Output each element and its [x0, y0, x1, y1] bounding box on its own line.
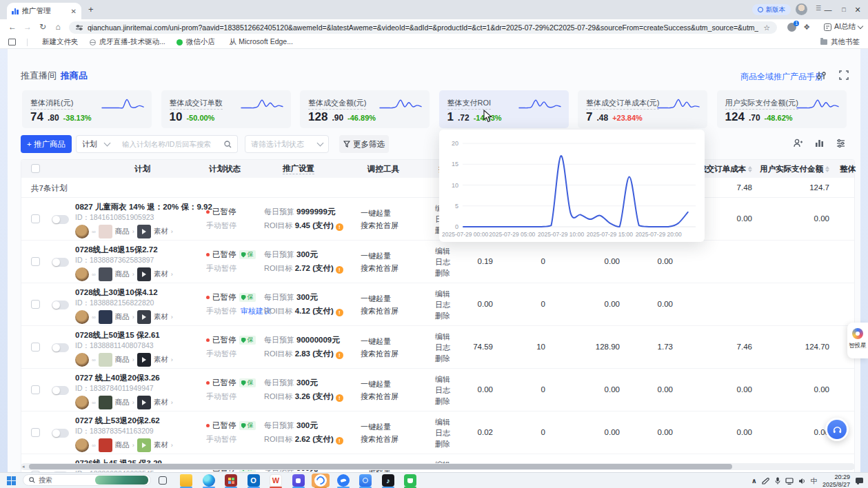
row-checkbox[interactable]	[31, 385, 40, 394]
tool-link[interactable]: 搜索抢首屏	[361, 262, 398, 274]
product-link[interactable]: 商品	[115, 355, 130, 365]
other-bookmarks[interactable]: 其他书签	[820, 37, 860, 47]
stat-card[interactable]: 整体消耗(元)74.80-38.13%	[22, 90, 152, 128]
tool-link[interactable]: 一键起量	[361, 335, 398, 347]
tool-link[interactable]: 搜索抢首屏	[361, 219, 398, 232]
url-field[interactable]: qianchuan.jinritemai.com/uni-prom?aavid=…	[69, 21, 777, 34]
product-thumb[interactable]	[99, 396, 112, 409]
pen-device-icon[interactable]	[762, 478, 770, 485]
audience-icon[interactable]	[793, 138, 804, 149]
material-thumb[interactable]	[137, 438, 151, 452]
row-checkbox[interactable]	[31, 343, 40, 352]
promote-product-button[interactable]: + 推广商品	[21, 135, 72, 153]
plan-search-input[interactable]	[121, 139, 220, 149]
new-tab-button[interactable]: +	[88, 4, 94, 14]
bookmark-item[interactable]: 微信小店	[176, 37, 215, 47]
select-all-checkbox[interactable]	[31, 164, 40, 173]
horizontal-scrollbar[interactable]: ◂	[21, 463, 855, 470]
row-checkbox[interactable]	[31, 428, 40, 437]
tool-link[interactable]: 一键起量	[361, 292, 398, 305]
action-link[interactable]: 编辑	[435, 245, 450, 256]
fullscreen-icon[interactable]	[839, 70, 850, 81]
start-button[interactable]	[7, 476, 16, 485]
material-link[interactable]: 素材	[154, 355, 168, 365]
window-minimize-button[interactable]: —	[822, 0, 834, 19]
site-info-icon[interactable]	[76, 24, 83, 31]
table-settings-icon[interactable]	[836, 138, 847, 149]
tool-link[interactable]: 一键起量	[361, 420, 398, 433]
product-thumb[interactable]	[99, 267, 112, 281]
action-link[interactable]: 编辑	[435, 288, 450, 299]
meeting-app[interactable]	[290, 474, 307, 487]
ai-summary-button[interactable]: AI总结	[824, 22, 862, 32]
taskbar-clock[interactable]: 20:29 2025/8/27	[822, 474, 850, 488]
material-thumb[interactable]	[137, 225, 151, 238]
home-icon[interactable]: ⌂	[52, 22, 63, 32]
bookmark-item[interactable]: 新建文件夹	[39, 37, 79, 47]
notification-center-icon[interactable]	[855, 477, 864, 485]
bookmark-star-icon[interactable]: ☆	[763, 23, 770, 32]
sort-icon[interactable]	[748, 166, 752, 172]
search-icon[interactable]	[224, 141, 232, 148]
material-link[interactable]: 素材	[154, 270, 168, 279]
stat-card[interactable]: 整体成交订单成本(元)7.48+23.84%	[578, 90, 707, 128]
microphone-icon[interactable]	[775, 477, 780, 485]
tab-products[interactable]: 推商品	[61, 70, 88, 82]
custom-columns-icon[interactable]	[814, 138, 825, 149]
file-explorer[interactable]	[177, 474, 195, 487]
wps-office[interactable]: W	[267, 474, 285, 487]
plan-type-select[interactable]: 计划	[76, 135, 116, 153]
douyin[interactable]: ♪	[379, 474, 397, 487]
action-link[interactable]: 删除	[435, 353, 450, 364]
tray-expand-icon[interactable]: ∧	[751, 477, 757, 485]
material-thumb[interactable]	[137, 353, 151, 367]
tool-link[interactable]: 搜索抢首屏	[361, 433, 398, 445]
tool-link[interactable]: 搜索抢首屏	[361, 347, 398, 360]
product-link[interactable]: 商品	[115, 227, 130, 236]
volume-icon[interactable]	[798, 478, 806, 485]
row-toggle[interactable]	[52, 301, 69, 309]
outlook[interactable]: O	[245, 474, 263, 487]
stat-card[interactable]: 用户实际支付金额(元)124.70-48.62%	[717, 90, 847, 128]
forward-icon[interactable]: →	[22, 22, 33, 32]
tool-link[interactable]: 一键起量	[361, 250, 398, 262]
scroll-left-icon[interactable]: ◂	[22, 463, 25, 470]
assistant-widget[interactable]: 智投星	[847, 323, 868, 358]
material-thumb[interactable]	[137, 310, 151, 324]
browser-menu-icon[interactable]: ☰	[816, 5, 821, 12]
tab-live-room[interactable]: 推直播间	[21, 70, 57, 82]
taskbar-search[interactable]: 搜索	[23, 474, 151, 486]
row-checkbox[interactable]	[31, 257, 40, 266]
bookmark-item[interactable]: 从 Microsoft Edge...	[226, 37, 293, 47]
extensions-icon[interactable]: ❖	[803, 23, 810, 32]
material-thumb[interactable]	[137, 267, 151, 281]
material-link[interactable]: 素材	[154, 227, 168, 236]
tool-link[interactable]: 搜索抢首屏	[361, 390, 398, 403]
row-toggle[interactable]	[52, 215, 69, 224]
row-toggle[interactable]	[52, 258, 69, 267]
material-link[interactable]: 素材	[154, 398, 168, 407]
extension-badge-icon[interactable]: 1	[787, 23, 796, 32]
new-version-badge[interactable]: 新版本	[752, 4, 791, 15]
network-icon[interactable]	[785, 478, 794, 485]
material-link[interactable]: 素材	[154, 440, 168, 450]
customer-service-button[interactable]	[825, 418, 849, 441]
search-highlight-image[interactable]	[95, 476, 148, 485]
qianchuan-app[interactable]	[312, 474, 330, 487]
product-link[interactable]: 商品	[115, 440, 130, 450]
product-manual-link[interactable]: 商品全域推广产品手册	[740, 71, 823, 83]
page-settings-icon[interactable]	[816, 70, 827, 81]
edge-browser[interactable]	[200, 474, 218, 487]
action-link[interactable]: 编辑	[435, 331, 450, 342]
scrollbar-thumb[interactable]	[29, 464, 732, 469]
qq-browser[interactable]	[356, 474, 374, 487]
action-link[interactable]: 删除	[435, 267, 450, 278]
plan-search[interactable]	[115, 135, 238, 153]
task-view-button[interactable]	[159, 476, 167, 485]
product-link[interactable]: 商品	[115, 270, 130, 279]
action-link[interactable]: 删除	[435, 310, 450, 321]
product-thumb[interactable]	[99, 438, 112, 452]
back-icon[interactable]: ←	[7, 22, 18, 32]
product-thumb[interactable]	[99, 310, 112, 324]
tab-groups-icon[interactable]	[8, 39, 16, 45]
